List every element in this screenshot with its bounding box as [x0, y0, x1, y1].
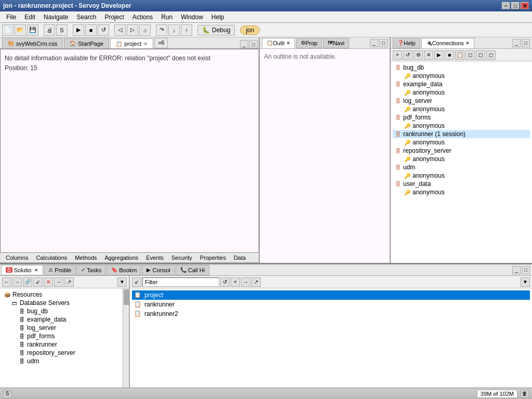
- toolbar-save[interactable]: 💾: [27, 24, 38, 36]
- conn-item-example_data[interactable]: 🗄 example_data: [393, 80, 530, 88]
- toolbar-run[interactable]: ▶: [73, 24, 84, 36]
- gc-button[interactable]: 🗑: [521, 390, 529, 398]
- tab-outline[interactable]: 📋 Outli ✕: [262, 38, 295, 48]
- btab2-callhierarchy[interactable]: 📞 Call Hi: [176, 265, 209, 275]
- maximize-button[interactable]: □: [511, 2, 520, 9]
- btab2-console[interactable]: ▶ Consol: [142, 265, 175, 275]
- solutions-tree[interactable]: 📦 Resources 🗃 Database Servers 🗄 bug_db …: [0, 288, 123, 388]
- btab2-problems[interactable]: ⚠ Proble: [44, 265, 76, 275]
- debug-button[interactable]: 🐛 Debug: [197, 25, 235, 35]
- btab2-solution[interactable]: S Solutio ✕: [1, 265, 43, 275]
- minimize-button[interactable]: −: [502, 2, 510, 9]
- file-item-rankrunner2[interactable]: 📋 rankrunner2: [132, 309, 530, 318]
- btab-aggregations[interactable]: Aggregations: [101, 254, 142, 262]
- toolbar-forward[interactable]: ▷: [127, 24, 138, 36]
- btab2-tasks[interactable]: ✓ Tasks: [76, 265, 106, 275]
- menu-file[interactable]: File: [2, 12, 20, 22]
- sol-item-rankrunner[interactable]: 🗄 rankrunner: [2, 340, 121, 349]
- conn-refresh[interactable]: ↺: [403, 50, 413, 60]
- sol-item-repository_server[interactable]: 🗄 repository_server: [2, 349, 121, 357]
- file-btn1[interactable]: ↙: [132, 277, 141, 287]
- tab-project[interactable]: 📋 project ✕: [110, 38, 153, 49]
- tab-help[interactable]: ❓ Help: [393, 38, 420, 48]
- conn-item-user_data[interactable]: 🗄 user_data: [393, 180, 530, 188]
- btab-data[interactable]: Data: [230, 254, 249, 262]
- toolbar-stop[interactable]: ■: [85, 24, 97, 36]
- btab-security[interactable]: Security: [168, 254, 196, 262]
- conn-prop[interactable]: 📋: [455, 50, 464, 60]
- solutions-scrollbar[interactable]: [123, 288, 129, 388]
- sol-item-pdf_forms[interactable]: 🗄 pdf_forms: [2, 332, 121, 340]
- conn-item-repository_server[interactable]: 🗄 repository_server: [393, 147, 530, 155]
- conn-user-repository_server[interactable]: 🔑 anonymous: [393, 155, 530, 163]
- filter-input[interactable]: [142, 277, 219, 287]
- file-btn4[interactable]: →: [241, 277, 250, 287]
- btab-methods[interactable]: Methods: [71, 254, 100, 262]
- toolbar-open[interactable]: 📂: [15, 24, 26, 36]
- sol-item-example_data[interactable]: 🗄 example_data: [2, 315, 121, 324]
- conn-item-pdf_forms[interactable]: 🗄 pdf_forms: [393, 113, 530, 122]
- file-item-project[interactable]: 📋 project: [132, 290, 530, 300]
- menu-help[interactable]: Help: [207, 12, 229, 22]
- file-btn2[interactable]: ↺: [220, 277, 230, 287]
- sol-item-udm[interactable]: 🗄 udm: [2, 357, 121, 365]
- conn-settings[interactable]: ⚙: [414, 50, 423, 60]
- connections-maximize[interactable]: □: [522, 39, 530, 47]
- sol-action2[interactable]: →: [54, 277, 63, 287]
- conn-user-log_server[interactable]: 🔑 anonymous: [393, 105, 530, 113]
- toolbar-step-out[interactable]: ↑: [181, 24, 192, 36]
- tab-startpage[interactable]: 🏠 StartPage: [64, 38, 109, 48]
- toolbar-step-into[interactable]: ↓: [168, 24, 180, 36]
- conn-delete[interactable]: ✕: [424, 50, 433, 60]
- sol-action3[interactable]: ↗: [64, 277, 74, 287]
- editor-maximize[interactable]: □: [249, 40, 258, 48]
- file-btn5[interactable]: ↗: [251, 277, 261, 287]
- toolbar-home[interactable]: ⌂: [139, 24, 151, 36]
- conn-more1[interactable]: ◻: [466, 50, 475, 60]
- connections-tree[interactable]: 🗄 bug_db 🔑 anonymous 🗄 example_data 🔑 an…: [391, 61, 532, 263]
- sol-action1[interactable]: ↙: [33, 277, 43, 287]
- conn-item-log_server[interactable]: 🗄 log_server: [393, 97, 530, 105]
- menu-run[interactable]: Run: [157, 12, 177, 22]
- tab-connections[interactable]: 🔌 Connections ✕: [421, 38, 474, 48]
- btab2-bookmarks[interactable]: 🔖 Bookm: [107, 265, 141, 275]
- bottom-minimize[interactable]: _: [512, 266, 521, 274]
- menu-actions[interactable]: Actions: [128, 12, 157, 22]
- conn-connect[interactable]: ▶: [434, 50, 444, 60]
- conn-more3[interactable]: ◻: [486, 50, 496, 60]
- conn-user-bug_db[interactable]: 🔑 anonymous: [393, 72, 530, 80]
- toolbar-refresh[interactable]: ↺: [98, 24, 109, 36]
- conn-user-udm[interactable]: 🔑 anonymous: [393, 171, 530, 180]
- conn-disconnect[interactable]: ■: [445, 50, 454, 60]
- conn-user-pdf_forms[interactable]: 🔑 anonymous: [393, 122, 530, 130]
- sol-item-log_server[interactable]: 🗄 log_server: [2, 324, 121, 332]
- file-item-rankrunner[interactable]: 📋 rankrunner: [132, 300, 530, 309]
- sol-delete[interactable]: ✕: [44, 277, 53, 287]
- file-collapse[interactable]: ▼: [521, 277, 530, 287]
- conn-user-example_data[interactable]: 🔑 anonymous: [393, 88, 530, 97]
- editor-minimize[interactable]: _: [240, 40, 248, 48]
- toolbar-new[interactable]: 📄: [2, 24, 14, 36]
- toolbar-step-over[interactable]: ↷: [156, 24, 167, 36]
- toolbar-print[interactable]: 🖨: [44, 24, 55, 36]
- tab-project-close[interactable]: ✕: [143, 41, 148, 47]
- tab-svywebcrm[interactable]: 🎨 svyWebCrm.css: [2, 38, 63, 48]
- btab-calculations[interactable]: Calculations: [32, 254, 71, 262]
- menu-navigate[interactable]: Navigate: [39, 12, 72, 22]
- sol-nav-next[interactable]: →: [12, 277, 22, 287]
- sol-item-bug_db[interactable]: 🗄 bug_db: [2, 307, 121, 315]
- sol-link[interactable]: 🔗: [23, 277, 32, 287]
- sol-item-Database_Servers[interactable]: 🗃 Database Servers: [2, 299, 121, 307]
- sol-collapse[interactable]: ▼: [117, 277, 127, 287]
- menu-window[interactable]: Window: [177, 12, 207, 22]
- file-list[interactable]: 📋 project 📋 rankrunner 📋 rankrunner2: [130, 288, 532, 388]
- conn-item-bug_db[interactable]: 🗄 bug_db: [393, 63, 530, 72]
- conn-add[interactable]: +: [393, 50, 402, 60]
- status-s-icon[interactable]: S: [3, 390, 11, 398]
- tab-more[interactable]: »6: [154, 38, 168, 48]
- toolbar-find[interactable]: S: [56, 24, 68, 36]
- conn-user-user_data[interactable]: 🔑 anonymous: [393, 188, 530, 196]
- conn-item-rankrunner_(1_session)[interactable]: 🗄 rankrunner (1 session): [393, 130, 530, 138]
- menu-project[interactable]: Project: [100, 12, 128, 22]
- menu-edit[interactable]: Edit: [20, 12, 39, 22]
